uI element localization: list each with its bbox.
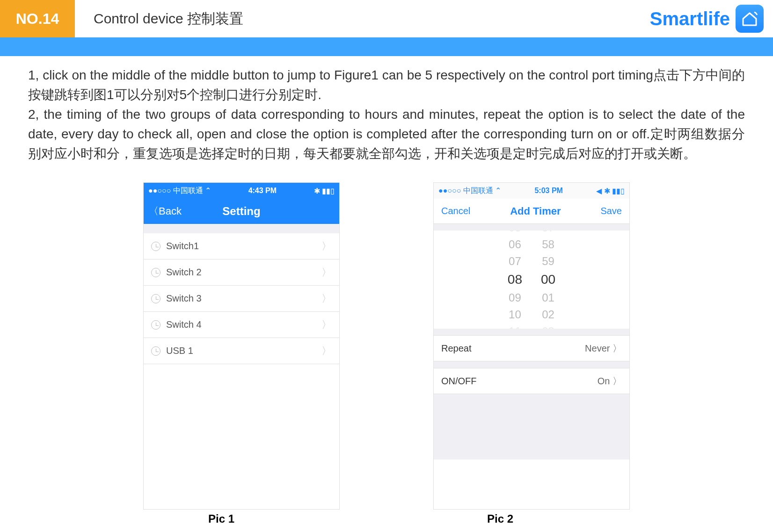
switch-list: Switch1 〉 Switch 2 〉 Switch 3 〉 Switch 4… <box>144 224 339 364</box>
chevron-right-icon: 〉 <box>321 318 332 332</box>
picker-value: 06 <box>509 236 521 253</box>
repeat-row[interactable]: Repeat Never 〉 <box>434 335 629 361</box>
repeat-value: Never 〉 <box>585 342 622 355</box>
phone-2: ●●○○○ 中国联通 ⌃ 5:03 PM ◀ ✱ ▮▮▯ Cancel Add … <box>433 182 630 510</box>
status-bar: ●●○○○ 中国联通 ⌃ 4:43 PM ✱ ▮▮▯ <box>144 183 339 199</box>
status-carrier: ●●○○○ 中国联通 ⌃ <box>148 186 211 196</box>
clock-icon <box>151 242 160 251</box>
clock-icon <box>151 346 160 356</box>
status-carrier: ●●○○○ 中国联通 ⌃ <box>438 186 501 196</box>
status-time: 4:43 PM <box>248 187 277 195</box>
list-spacer <box>144 224 339 233</box>
nav-bar: 〈Back Setting <box>144 199 339 224</box>
section-gap <box>434 329 629 335</box>
chevron-right-icon: 〉 <box>321 266 332 280</box>
blank-area <box>434 394 629 460</box>
blank-area <box>144 364 339 509</box>
clock-icon <box>151 320 160 330</box>
onoff-value: On 〉 <box>598 375 622 388</box>
picker-value: 57 <box>542 230 554 236</box>
list-item-label: USB 1 <box>166 345 321 356</box>
list-item-label: Switch 4 <box>166 319 321 330</box>
onoff-label: ON/OFF <box>441 376 477 387</box>
minute-column[interactable]: 57 58 59 00 01 02 03 <box>541 230 555 329</box>
list-item-label: Switch 3 <box>166 293 321 304</box>
list-item-label: Switch1 <box>166 241 321 252</box>
nav-title: Add Timer <box>510 205 561 217</box>
status-bar: ●●○○○ 中国联通 ⌃ 5:03 PM ◀ ✱ ▮▮▯ <box>434 183 629 199</box>
chevron-right-icon: 〉 <box>321 239 332 253</box>
page-number-badge: NO.14 <box>0 0 75 37</box>
picker-value: 09 <box>509 289 521 306</box>
chevron-right-icon: 〉 <box>321 292 332 306</box>
status-time: 5:03 PM <box>534 187 562 195</box>
picker-value: 05 <box>509 230 521 236</box>
list-item-switch4[interactable]: Switch 4 〉 <box>144 312 339 338</box>
section-gap <box>434 224 629 230</box>
phone-screenshots: ●●○○○ 中国联通 ⌃ 4:43 PM ✱ ▮▮▯ 〈Back Setting… <box>0 173 773 510</box>
list-item-switch3[interactable]: Switch 3 〉 <box>144 286 339 312</box>
back-button[interactable]: 〈Back <box>148 204 182 218</box>
time-picker[interactable]: 05 06 07 08 09 10 11 57 58 59 00 01 02 0… <box>434 230 629 329</box>
brand-house-icon <box>736 5 764 33</box>
instruction-text: 1, click on the middle of the middle but… <box>0 56 773 173</box>
chevron-right-icon: 〉 <box>321 344 332 358</box>
page: NO.14 Control device 控制装置 Smartlife 1, c… <box>0 0 773 532</box>
clock-icon <box>151 268 160 277</box>
cancel-button[interactable]: Cancel <box>441 206 470 216</box>
save-button[interactable]: Save <box>600 206 622 216</box>
divider-bar <box>0 37 773 56</box>
section-gap <box>434 361 629 368</box>
clock-icon <box>151 294 160 303</box>
phone-1: ●●○○○ 中国联通 ⌃ 4:43 PM ✱ ▮▮▯ 〈Back Setting… <box>143 182 340 510</box>
onoff-row[interactable]: ON/OFF On 〉 <box>434 368 629 394</box>
list-item-switch2[interactable]: Switch 2 〉 <box>144 259 339 286</box>
list-item-usb1[interactable]: USB 1 〉 <box>144 338 339 364</box>
list-item-switch1[interactable]: Switch1 〉 <box>144 233 339 259</box>
page-header: NO.14 Control device 控制装置 Smartlife <box>0 0 773 37</box>
picker-value: 02 <box>542 306 554 323</box>
list-item-label: Switch 2 <box>166 267 321 278</box>
caption-pic2: Pic 2 <box>487 512 513 525</box>
brand: Smartlife <box>650 0 773 37</box>
picker-selected: 08 <box>508 270 522 289</box>
hour-column[interactable]: 05 06 07 08 09 10 11 <box>508 230 522 329</box>
picker-value: 01 <box>542 289 554 306</box>
nav-bar: Cancel Add Timer Save <box>434 199 629 224</box>
status-battery-icon: ◀ ✱ ▮▮▯ <box>596 187 625 195</box>
captions: Pic 1 Pic 2 <box>0 510 773 525</box>
status-battery-icon: ✱ ▮▮▯ <box>314 187 335 195</box>
picker-value: 58 <box>542 236 554 253</box>
picker-value: 59 <box>542 253 554 270</box>
repeat-label: Repeat <box>441 343 472 354</box>
picker-value: 03 <box>542 323 554 329</box>
brand-text: Smartlife <box>650 8 730 29</box>
picker-value: 11 <box>509 323 521 329</box>
picker-selected: 00 <box>541 270 555 289</box>
page-title: Control device 控制装置 <box>75 0 650 37</box>
picker-value: 07 <box>509 253 521 270</box>
picker-value: 10 <box>509 306 521 323</box>
caption-pic1: Pic 1 <box>208 512 234 525</box>
